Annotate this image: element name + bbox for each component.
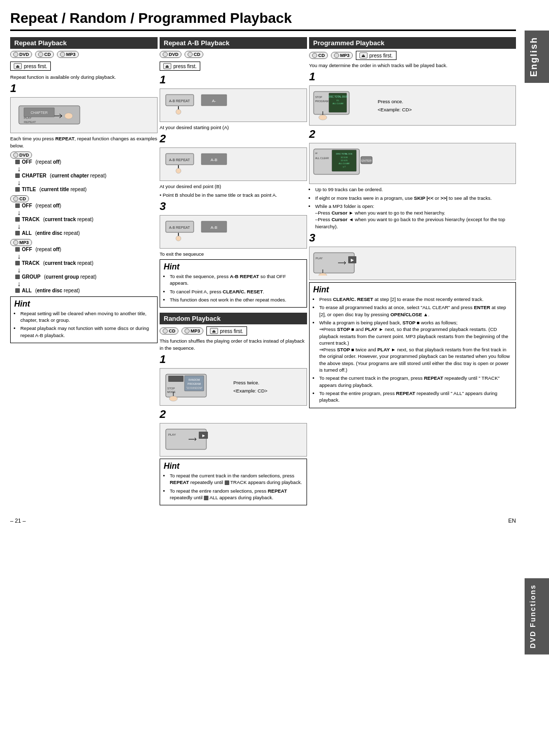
dvd-title-desc: (current title repeat) — [38, 187, 87, 192]
prog-hint-3: While a program is being played back, ST… — [319, 319, 512, 373]
svg-text:DISC TOTAL 00:00: DISC TOTAL 00:00 — [328, 96, 348, 98]
dvd-disc-icon — [13, 52, 18, 57]
dvd-off-label: OFF — [22, 159, 32, 165]
svg-point-29 — [169, 396, 177, 401]
svg-text:STOP: STOP — [315, 96, 322, 99]
mp3-mode-group: GROUP (current group repeat) — [15, 274, 158, 280]
svg-text:ENTER: ENTER — [361, 159, 372, 162]
dvd-mode-chain: OFF (repeat off) ↓ CHAPTER (current chap… — [15, 159, 158, 193]
prog-mp3-badge: MP3 — [331, 52, 353, 59]
chapter-sq-icon — [15, 173, 20, 178]
cd-arrow-1: ↓ — [17, 209, 158, 216]
random-mp3-badge: MP3 — [181, 327, 203, 335]
ab-step2-desc: At your desired end point (B) — [160, 183, 307, 190]
svg-point-10 — [176, 109, 181, 114]
repeat-step1-svg: CHAPTER PLAY REPEAT — [14, 101, 115, 129]
random-key-icon: ⏏ — [210, 328, 218, 334]
svg-text:12 4:25: 12 4:25 — [341, 159, 348, 162]
ab-icons-row: DVD CD — [160, 51, 307, 58]
cd-track-desc: (current track repeat) — [42, 217, 94, 222]
cd-track-sq — [15, 217, 20, 222]
col-repeat-playback: Repeat Playback DVD CD MP3 ⏏ press first… — [10, 37, 158, 507]
cd-mode-all: ALL (entire disc repeat) — [15, 230, 158, 236]
prog-bullet-1: Up to 99 tracks can be ordered. — [315, 186, 516, 193]
svg-text:ALL CLEAR: ALL CLEAR — [315, 157, 329, 160]
cd-track-label: TRACK — [22, 217, 40, 222]
random-hint-box: Hint To repeat the current track in the … — [160, 459, 307, 505]
svg-text:RANDOM: RANDOM — [189, 378, 200, 381]
prog-cd-badge: CD — [309, 52, 328, 59]
cd-off-sq — [15, 203, 20, 208]
mp3-track-sq — [15, 261, 20, 265]
cd-mode-chain: OFF (repeat off) ↓ TRACK (current track … — [15, 202, 158, 236]
prog-step3: 3 — [309, 231, 516, 245]
ab-cd-badge: CD — [185, 51, 203, 58]
cd-mode-badge: CD — [10, 195, 29, 202]
mp3-group-sq — [15, 275, 20, 279]
mp3-arrow-3: ↓ — [17, 280, 158, 287]
cd-off-label: OFF — [22, 203, 32, 208]
cd-arrow-2: ↓ — [17, 223, 158, 230]
mp3-mode-badge: MP3 — [10, 239, 32, 246]
mp3-disc-icon — [60, 52, 65, 57]
svg-text:10 3:38: 10 3:38 — [341, 156, 348, 159]
ab-key-icon: ⏏ — [163, 63, 171, 69]
cd-mode-off: OFF (repeat off) — [15, 203, 158, 208]
svg-text:A-B: A-B — [210, 158, 217, 162]
dvd-mode-title: TITLE (current title repeat) — [15, 187, 158, 192]
prog-cd-disc — [312, 53, 317, 58]
svg-text:STOP: STOP — [167, 387, 175, 390]
prog-key-icon: ⏏ — [359, 52, 368, 58]
random-step1: 1 — [160, 353, 307, 366]
cd-mode-track: TRACK (current track repeat) — [15, 217, 158, 222]
programmed-header: Programmed Playback — [309, 37, 516, 49]
chain-arrow-1: ↓ — [17, 165, 158, 172]
random-step2: 2 — [160, 408, 307, 421]
repeat-ab-header: Repeat A-B Playback — [160, 37, 307, 49]
prog-hint-4: To repeat the current track in the progr… — [319, 375, 512, 388]
prog-hint-5: To repeat the entire program, press REPE… — [319, 390, 512, 404]
random-press-label: press first. — [220, 328, 243, 334]
key-icon: ⏏ — [14, 63, 22, 69]
prog-hint-title: Hint — [313, 285, 512, 294]
dvd-functions-tab: DVD Functions — [525, 578, 549, 654]
svg-text:A-B REPEAT: A-B REPEAT — [169, 226, 190, 229]
prog-hint-box: Hint Press CLEAR/C. RESET at step [2] to… — [309, 282, 516, 408]
mp3-off-label: OFF — [22, 247, 32, 252]
mp3-off-desc: (repeat off) — [34, 247, 61, 252]
svg-text:A-B: A-B — [210, 225, 217, 230]
mp3-all-sq — [15, 288, 20, 293]
prog-icons-row: CD MP3 ⏏ press first. — [309, 51, 516, 60]
ab-hint-3: This function does not work in the other… — [170, 296, 303, 303]
mp3-group-label: GROUP — [22, 274, 41, 280]
dvd-chapter-desc: (current chapter repeat) — [48, 173, 106, 178]
svg-text:"10 RANDOM": "10 RANDOM" — [186, 386, 203, 389]
repeat-hint-title: Hint — [14, 299, 154, 309]
svg-text:ALL CLEAR: ALL CLEAR — [339, 162, 350, 165]
prog-step1-labels: Press once. <Example: CD> — [378, 97, 412, 115]
repeat-press-label: press first. — [24, 64, 47, 69]
dvd-off-desc: (repeat off) — [34, 159, 61, 165]
random-example: <Example: CD> — [233, 387, 267, 394]
svg-text:ALL CLEAR: ALL CLEAR — [332, 102, 344, 105]
repeat-playback-header: Repeat Playback — [10, 37, 158, 49]
prog-hint-2: To erase all programmed tracks at once, … — [319, 304, 512, 318]
mp3-modes-section: MP3 OFF (repeat off) ↓ TRACK (current tr… — [10, 239, 158, 294]
repeat-hint-box: Hint Repeat setting will be cleared when… — [10, 296, 158, 343]
ab-step2-svg: A-B REPEAT A-B — [163, 151, 280, 176]
repeat-intro: Repeat function is available only during… — [10, 74, 158, 80]
dvd-chapter-label: CHAPTER — [22, 173, 46, 178]
random-section: Random Playback CD MP3 ⏏ press first. Th… — [160, 313, 307, 505]
prog-intro: You may determine the order in which tra… — [309, 62, 516, 69]
svg-text:A-B REPEAT: A-B REPEAT — [169, 99, 190, 103]
svg-text:DISC TOTAL 3:56: DISC TOTAL 3:56 — [336, 153, 353, 155]
ab-hint-list: To exit the sequence, press A-B REPEAT s… — [164, 273, 303, 303]
dvd-modes-section: DVD OFF (repeat off) ↓ CHAPTER (current … — [10, 152, 158, 193]
random-press-twice: Press twice. — [233, 379, 267, 386]
prog-step3-svg: PLAY ▶ — [313, 250, 414, 276]
ab-step2-note1: • Point B should be in the same title or… — [160, 192, 307, 198]
col-mid: Repeat A-B Playback DVD CD ⏏ press first… — [160, 37, 307, 507]
page-number: – 21 – — [10, 518, 26, 524]
svg-text:PLAY: PLAY — [316, 257, 323, 260]
random-step1-content: STOP MODE RANDOM PROGRAM "10 RANDOM" — [163, 372, 303, 402]
